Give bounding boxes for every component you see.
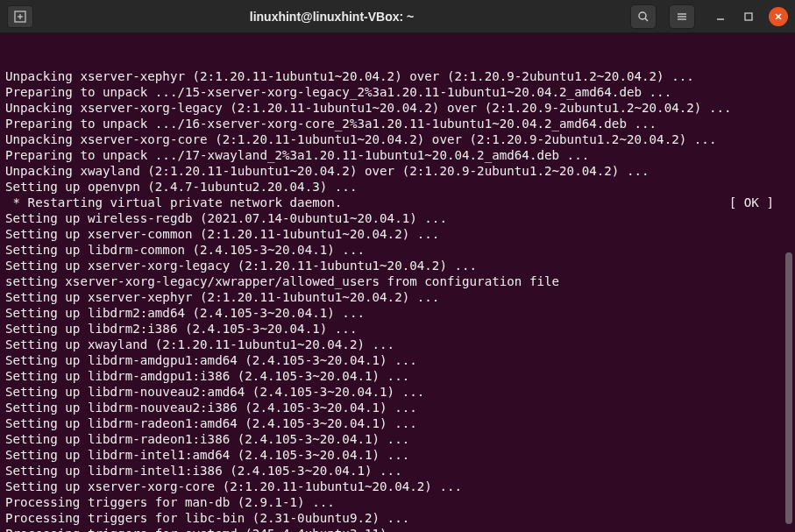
terminal-line: Processing triggers for libc-bin (2.31-0… (5, 510, 790, 526)
terminal-line: Preparing to unpack .../17-xwayland_2%3a… (5, 147, 790, 163)
terminal-line: Setting up libdrm-radeon1:i386 (2.4.105-… (5, 431, 790, 447)
terminal-line: Setting up xserver-xorg-core (2:1.20.11-… (5, 479, 790, 494)
titlebar-right (630, 4, 788, 29)
search-button[interactable] (630, 4, 657, 29)
titlebar: linuxhint@linuxhint-VBox: ~ (0, 0, 795, 33)
terminal-line: Processing triggers for man-db (2.9.1-1)… (5, 494, 790, 510)
window-controls (713, 7, 788, 26)
terminal-line: Setting up libdrm-amdgpu1:i386 (2.4.105-… (5, 368, 790, 384)
terminal-line: Preparing to unpack .../16-xserver-xorg-… (5, 116, 790, 131)
terminal-line: Processing triggers for systemd (245.4-4… (5, 526, 790, 532)
terminal-line: Setting up libdrm-nouveau2:i386 (2.4.105… (5, 400, 790, 415)
terminal-line: Unpacking xserver-xorg-legacy (2:1.20.11… (5, 100, 790, 116)
terminal-line: Setting up xserver-xorg-legacy (2:1.20.1… (5, 258, 790, 273)
terminal-line: Setting up libdrm-intel1:i386 (2.4.105-3… (5, 463, 790, 479)
terminal-line: Setting up libdrm2:i386 (2.4.105-3~20.04… (5, 321, 790, 337)
window-title: linuxhint@linuxhint-VBox: ~ (33, 10, 630, 24)
terminal-line: Unpacking xserver-xephyr (2:1.20.11-1ubu… (5, 68, 790, 84)
terminal-line: Setting up libdrm-nouveau2:amd64 (2.4.10… (5, 384, 790, 400)
maximize-button[interactable] (741, 9, 756, 25)
terminal-line: Setting up libdrm-intel1:amd64 (2.4.105-… (5, 447, 790, 463)
terminal-line: Unpacking xwayland (2:1.20.11-1ubuntu1~2… (5, 163, 790, 179)
terminal-line: Setting up wireless-regdb (2021.07.14-0u… (5, 210, 790, 226)
scrollbar[interactable] (785, 252, 792, 524)
minimize-button[interactable] (713, 9, 728, 25)
close-button[interactable] (769, 7, 788, 26)
terminal-line: Setting up xserver-xephyr (2:1.20.11-1ub… (5, 289, 790, 305)
svg-rect-9 (745, 13, 752, 20)
terminal-line: Setting up libdrm-common (2.4.105-3~20.0… (5, 242, 790, 258)
terminal-line: Setting up libdrm-radeon1:amd64 (2.4.105… (5, 415, 790, 431)
terminal-line: Setting up xwayland (2:1.20.11-1ubuntu1~… (5, 337, 790, 352)
terminal-line: * Restarting virtual private network dae… (5, 195, 790, 210)
terminal-line: Setting up libdrm-amdgpu1:amd64 (2.4.105… (5, 352, 790, 368)
terminal-line: Setting up libdrm2:amd64 (2.4.105-3~20.0… (5, 305, 790, 321)
svg-point-3 (639, 12, 646, 19)
terminal-line: Setting up openvpn (2.4.7-1ubuntu2.20.04… (5, 179, 790, 195)
new-tab-button[interactable] (7, 5, 33, 28)
menu-button[interactable] (669, 4, 695, 29)
titlebar-left (7, 5, 33, 28)
terminal-line: Setting up xserver-common (2:1.20.11-1ub… (5, 226, 790, 242)
terminal-line: setting xserver-xorg-legacy/xwrapper/all… (5, 273, 790, 289)
terminal-body[interactable]: Unpacking xserver-xephyr (2:1.20.11-1ubu… (0, 33, 795, 532)
svg-line-4 (645, 18, 648, 21)
terminal-line: Unpacking xserver-xorg-core (2:1.20.11-1… (5, 131, 790, 147)
terminal-line: Preparing to unpack .../15-xserver-xorg-… (5, 84, 790, 100)
